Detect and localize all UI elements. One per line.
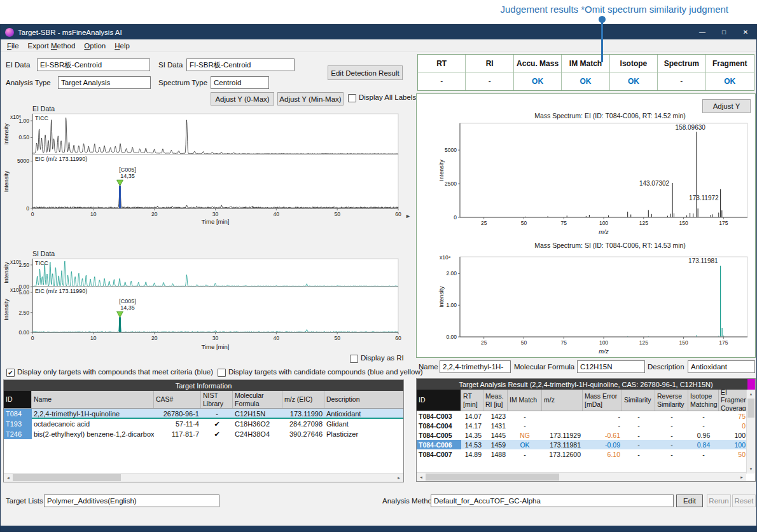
svg-text:5000: 5000 [445, 147, 457, 153]
target-analysis-result-table: Target Analysis Result (2,2,4-trimethyl-… [416, 378, 756, 482]
scroll-left-icon[interactable]: ◄ [417, 473, 426, 481]
column-header: RT [min] [461, 390, 483, 411]
svg-text:20: 20 [151, 335, 158, 341]
ei-data-input[interactable] [37, 58, 150, 71]
table-cell: 26780-96-1 [154, 409, 201, 419]
adjust-y-button[interactable]: Adjust Y [702, 99, 751, 113]
scroll-up-icon[interactable]: ▲ [747, 390, 755, 399]
adjust-y-minmax-button[interactable]: Adjust Y (Min-Max) [277, 92, 344, 106]
menu-item-export-method[interactable]: Export Method [24, 41, 80, 51]
scrollbar-thumb[interactable] [747, 399, 754, 418]
table-cell: 14.53 [461, 440, 483, 449]
table-row[interactable]: T084-C00414.171431-----0 [417, 421, 755, 430]
scrollbar-thumb[interactable] [426, 474, 559, 481]
table-cell: - [655, 449, 688, 459]
scrollbar-track[interactable] [13, 474, 394, 482]
description-input[interactable] [688, 360, 755, 373]
si-data-label: SI Data [158, 61, 183, 69]
table-cell: 50 [719, 449, 747, 459]
menu-item-option[interactable]: Option [80, 41, 110, 51]
spectrum-type-input[interactable] [211, 76, 269, 89]
svg-text:0: 0 [31, 211, 34, 217]
maximize-button[interactable]: □ [713, 25, 735, 39]
table-cell: -0.09 [583, 440, 622, 449]
scroll-left-icon[interactable]: ◄ [4, 474, 13, 482]
result-v-scrollbar[interactable]: ▲ ▼ [746, 390, 755, 474]
analysis-method-input[interactable] [431, 494, 674, 507]
target-info-h-scrollbar[interactable]: ◄ ► [4, 473, 403, 482]
collapse-right-icon[interactable]: ► [405, 213, 411, 219]
si-mass-spectrum-chart[interactable]: Mass Spectrum: SI (ID: T084-C006, RT: 14… [418, 240, 754, 357]
table-cell: 0.96 [688, 430, 719, 440]
svg-text:Time [min]: Time [min] [202, 218, 230, 225]
table-row[interactable]: T084-C00714.891488-173.126006.10---50 [417, 449, 755, 459]
scrollbar-track[interactable] [426, 473, 737, 481]
judgement-table: RTRIAccu. MassIM MatchIsotopeSpectrumFra… [417, 54, 754, 91]
svg-text:50: 50 [521, 339, 527, 346]
svg-text:75: 75 [560, 220, 567, 226]
table-cell: Antioxidant [324, 409, 404, 419]
close-button[interactable]: ✕ [735, 25, 756, 39]
svg-text:14,35: 14,35 [120, 304, 135, 311]
svg-text:150: 150 [679, 220, 688, 226]
menu-item-file[interactable]: File [3, 41, 24, 51]
svg-text:0: 0 [454, 214, 457, 221]
judgement-col-accu-mass: Accu. Mass [514, 55, 562, 72]
analysis-type-input[interactable] [58, 76, 151, 89]
table-row[interactable]: T084-C00314.071423-----75 [417, 411, 755, 421]
result-h-scrollbar[interactable]: ◄ ► [417, 472, 746, 481]
window-title: Target-SBR - msFineAnalysis AI [18, 29, 122, 36]
scrollbar-track[interactable] [747, 399, 755, 465]
table-row[interactable]: T193octadecanoic acid57-11-4✔C18H36O2284… [4, 419, 403, 429]
table-cell: 117-81-7 [154, 429, 201, 439]
table-row[interactable]: T084-C00514.351445NG173.11929-0.61--0.96… [417, 430, 755, 440]
scroll-right-icon[interactable]: ► [394, 474, 403, 482]
table-cell: 100 [719, 430, 747, 440]
table-cell: 2,2,4-trimethyl-1H-quinoline [32, 409, 154, 419]
table-cell: NG [508, 430, 542, 440]
table-cell: -0.61 [583, 430, 622, 440]
table-cell: 14.17 [461, 421, 483, 430]
table-cell: 1423 [483, 411, 508, 421]
table-cell: - [622, 421, 655, 430]
minimize-button[interactable]: — [691, 25, 713, 39]
menu-item-help[interactable]: Help [110, 41, 134, 51]
filter-candidates-checkbox[interactable] [218, 369, 226, 377]
target-info-body: T0842,2,4-trimethyl-1H-quinoline26780-96… [4, 409, 403, 439]
svg-text:2.50: 2.50 [18, 262, 29, 268]
table-cell: - [688, 421, 719, 430]
table-row[interactable]: T084-C00614.531459OK173.11981-0.09--0.84… [417, 440, 755, 449]
ei-data-label: EI Data [6, 61, 30, 69]
rerun-button[interactable]: Rerun [707, 494, 731, 507]
ei-mass-spectrum-chart[interactable]: Mass Spectrum: EI (ID: T084-C006, RT: 14… [418, 112, 754, 240]
si-chromatogram-chart[interactable]: SI DataIntensityx10⁵TICC2.500.00Intensit… [3, 250, 404, 358]
svg-text:5.00: 5.00 [18, 289, 29, 296]
table-row[interactable]: T246bis(2-ethylhexyl) benzene-1,2-dicarb… [4, 429, 403, 439]
display-as-ri-checkbox[interactable] [350, 355, 358, 363]
column-header: Molecular Formula [233, 391, 282, 408]
adjust-y-0max-button[interactable]: Adjust Y (0-Max) [211, 92, 274, 106]
target-information-title: Target Information [4, 380, 403, 391]
result-table-title: Target Analysis Result (2,2,4-trimethyl-… [417, 379, 755, 390]
molecular-formula-input[interactable] [577, 360, 645, 373]
reset-button[interactable]: Reset [732, 494, 756, 507]
svg-text:158.09630: 158.09630 [676, 124, 706, 131]
judgement-value-accu-mass: OK [514, 72, 562, 90]
scrollbar-thumb[interactable] [13, 474, 121, 481]
scroll-down-icon[interactable]: ▼ [747, 465, 755, 474]
display-all-labels-checkbox[interactable] [348, 94, 356, 102]
target-lists-input[interactable] [44, 494, 219, 507]
table-cell: - [655, 411, 688, 421]
ei-chromatogram-chart[interactable]: EI DataIntensityx10⁶TICC1.000.50Intensit… [3, 105, 404, 226]
filter-criteria-checkbox[interactable]: ✔ [6, 369, 15, 377]
table-cell: ✔ [201, 429, 233, 439]
edit-button[interactable]: Edit [676, 494, 703, 507]
svg-text:Time [min]: Time [min] [202, 343, 230, 350]
table-row[interactable]: T0842,2,4-trimethyl-1H-quinoline26780-96… [4, 409, 403, 419]
table-cell: T246 [4, 429, 32, 439]
name-input[interactable] [440, 360, 511, 373]
si-data-input[interactable] [186, 58, 295, 71]
svg-text:Intensity: Intensity [3, 299, 10, 320]
edit-detection-result-button[interactable]: Edit Detection Result [328, 65, 403, 80]
scroll-right-icon[interactable]: ► [737, 473, 746, 481]
